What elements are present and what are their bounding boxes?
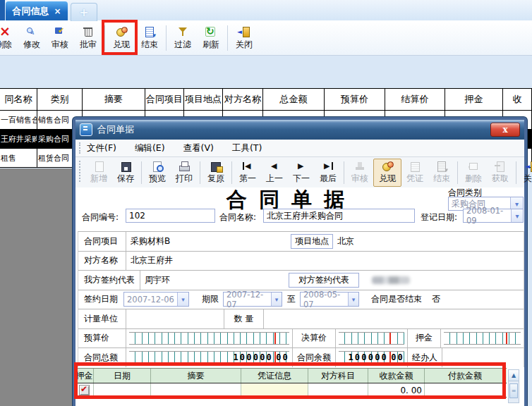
column-header[interactable]: 摘要 bbox=[83, 89, 145, 111]
form-row-unit: 计量单位 数 量 bbox=[78, 309, 524, 329]
dialog-icon bbox=[80, 123, 92, 136]
nav-first-icon bbox=[241, 161, 254, 172]
toolbar-separator bbox=[231, 161, 232, 184]
chevron-down-icon[interactable]: ▾ bbox=[177, 293, 188, 306]
column-header[interactable]: 预算价 bbox=[325, 89, 385, 111]
decimal-line bbox=[506, 333, 507, 345]
final-amount-field[interactable] bbox=[339, 332, 404, 345]
column-header[interactable]: 类别 bbox=[37, 89, 83, 111]
dialog-toolbar-button-preview[interactable]: 预览 bbox=[144, 159, 171, 187]
preview-icon bbox=[151, 161, 164, 172]
nav-prev-icon bbox=[268, 161, 281, 172]
column-header[interactable]: 同名称 bbox=[0, 89, 37, 111]
audit-icon bbox=[54, 26, 66, 37]
table-cell[interactable]: 王府井采购 bbox=[0, 130, 37, 149]
toolbar-button-delete[interactable]: 删除 bbox=[0, 22, 18, 54]
term-start-combobox[interactable]: 2007-12-07▾ bbox=[223, 292, 282, 307]
location-value[interactable]: 北京 bbox=[333, 232, 524, 251]
tab-close-icon[interactable]: × bbox=[54, 6, 61, 16]
chevron-down-icon[interactable]: ▾ bbox=[511, 209, 523, 222]
dialog-toolbar-button-close[interactable]: 关闭 bbox=[519, 159, 532, 187]
batch-approve-icon bbox=[82, 26, 95, 37]
menu-item[interactable]: 工具(T) bbox=[232, 142, 262, 154]
column-header[interactable]: 押金 bbox=[445, 89, 503, 111]
print-icon bbox=[178, 161, 191, 172]
table-cell[interactable]: 一百销售合 bbox=[0, 111, 37, 130]
menu-item[interactable]: 编辑(E) bbox=[135, 142, 165, 154]
menu-item[interactable]: 查看(V) bbox=[183, 142, 214, 154]
toolbar-button-batch-approve[interactable]: 批审 bbox=[74, 22, 102, 54]
budget-amount-field[interactable] bbox=[129, 332, 289, 345]
chevron-down-icon[interactable]: ▾ bbox=[271, 293, 282, 306]
our-rep-label: 我方签约代表 bbox=[78, 271, 140, 290]
unit-value[interactable] bbox=[126, 309, 224, 328]
reg-date-combobox[interactable]: 2008-01-09 ▾ bbox=[463, 209, 524, 223]
scrollbar-thumb[interactable]: ≡ bbox=[509, 383, 518, 398]
toolbar-button-audit[interactable]: 审核 bbox=[46, 22, 74, 54]
dialog-toolbar-button-nav-prev[interactable]: 上一 bbox=[261, 159, 288, 187]
reg-date-label: 登记日期: bbox=[421, 211, 457, 223]
chevron-down-icon[interactable]: ▾ bbox=[348, 293, 358, 306]
dialog-toolbar: 新增 保存 预览 打印 复原 第一 上一 下一 bbox=[75, 157, 524, 189]
term-end-combobox[interactable]: 2008-05-07▾ bbox=[300, 292, 359, 307]
column-header[interactable]: 总金额 bbox=[263, 89, 325, 111]
dialog-toolbar-button-end[interactable]: 结束 bbox=[428, 159, 455, 187]
new-icon bbox=[92, 161, 105, 172]
toolbar-button-close[interactable]: 关闭 bbox=[230, 22, 258, 54]
column-header[interactable]: 结算价 bbox=[385, 89, 445, 111]
column-header[interactable]: 对方名称 bbox=[223, 89, 263, 111]
nav-next-icon bbox=[295, 161, 308, 172]
dialog-toolbar-button-restore[interactable]: 复原 bbox=[202, 159, 229, 187]
qty-value[interactable] bbox=[264, 309, 524, 328]
dialog-toolbar-button-fetch[interactable]: 获取 bbox=[487, 159, 514, 187]
column-header[interactable]: 收 bbox=[503, 89, 532, 111]
project-label: 合同项目 bbox=[78, 232, 126, 251]
new-tab-button[interactable]: + bbox=[71, 3, 97, 21]
delete-icon bbox=[467, 161, 480, 172]
dialog-toolbar-button-new[interactable]: 新增 bbox=[85, 159, 112, 187]
dialog-toolbar-button-nav-first[interactable]: 第一 bbox=[234, 159, 261, 187]
toolbar-button-filter[interactable]: 过滤 bbox=[169, 22, 197, 54]
tab-bar: 合同信息 × + bbox=[0, 0, 532, 21]
dialog-toolbar-button-redeem[interactable]: 兑现 bbox=[373, 159, 401, 187]
column-header[interactable]: 合同项目 bbox=[145, 89, 184, 111]
dialog-toolbar-button-audit[interactable]: 审核 bbox=[346, 159, 373, 187]
contract-no-input[interactable]: 102 bbox=[126, 209, 215, 223]
dialog-titlebar[interactable]: 合同单据 x bbox=[75, 120, 524, 140]
their-rep-value[interactable] bbox=[359, 271, 524, 290]
project-value[interactable]: 采购材料B bbox=[126, 232, 291, 251]
grid-scrollbar[interactable]: ▲ ≡ bbox=[508, 369, 519, 403]
toolbar-separator bbox=[516, 161, 516, 184]
toolbar-grip bbox=[79, 161, 83, 182]
restore-icon bbox=[210, 161, 222, 172]
toolbar-button-finish[interactable]: 结束 bbox=[135, 22, 164, 54]
dialog-close-button[interactable]: x bbox=[490, 123, 520, 137]
dialog-toolbar-button-voucher[interactable]: 凭证 bbox=[401, 159, 428, 187]
filter-icon bbox=[176, 26, 189, 37]
tab-contract-info[interactable]: 合同信息 × bbox=[6, 1, 68, 20]
toolbar-button-refresh[interactable]: 刷新 bbox=[197, 22, 225, 54]
ended-value[interactable]: 否 bbox=[432, 290, 440, 309]
column-header[interactable]: 项目地点 bbox=[184, 89, 223, 111]
contract-name-input[interactable]: 北京王府井采购合同 bbox=[263, 209, 415, 223]
table-cell[interactable]: 租售 bbox=[0, 149, 37, 168]
toolbar-separator bbox=[457, 161, 458, 184]
deposit-amount-field[interactable] bbox=[444, 332, 521, 345]
toolbar-button-modify[interactable]: 修改 bbox=[18, 22, 46, 54]
menu-item[interactable]: 文件(F) bbox=[87, 142, 116, 154]
audit-icon bbox=[353, 161, 366, 172]
dialog-toolbar-button-save[interactable]: 保存 bbox=[112, 159, 139, 187]
save-icon bbox=[119, 161, 132, 172]
contract-no-label: 合同编号: bbox=[82, 211, 119, 223]
sign-date-combobox[interactable]: 2007-12-06▾ bbox=[123, 292, 189, 307]
party-label: 对方名称 bbox=[78, 252, 126, 271]
close-icon bbox=[238, 26, 250, 37]
our-rep-value[interactable]: 周宇环 bbox=[140, 271, 289, 290]
party-value[interactable]: 北京王府井 bbox=[126, 252, 524, 271]
scroll-up-icon[interactable]: ▲ bbox=[509, 370, 519, 381]
dialog-toolbar-button-delete[interactable]: 删除 bbox=[460, 159, 487, 187]
dialog-toolbar-button-print[interactable]: 打印 bbox=[171, 159, 198, 187]
dialog-toolbar-button-nav-last[interactable]: 最后 bbox=[315, 159, 341, 187]
dialog-toolbar-button-nav-next[interactable]: 下一 bbox=[288, 159, 315, 187]
sign-date-label: 签约日期 bbox=[84, 290, 118, 309]
